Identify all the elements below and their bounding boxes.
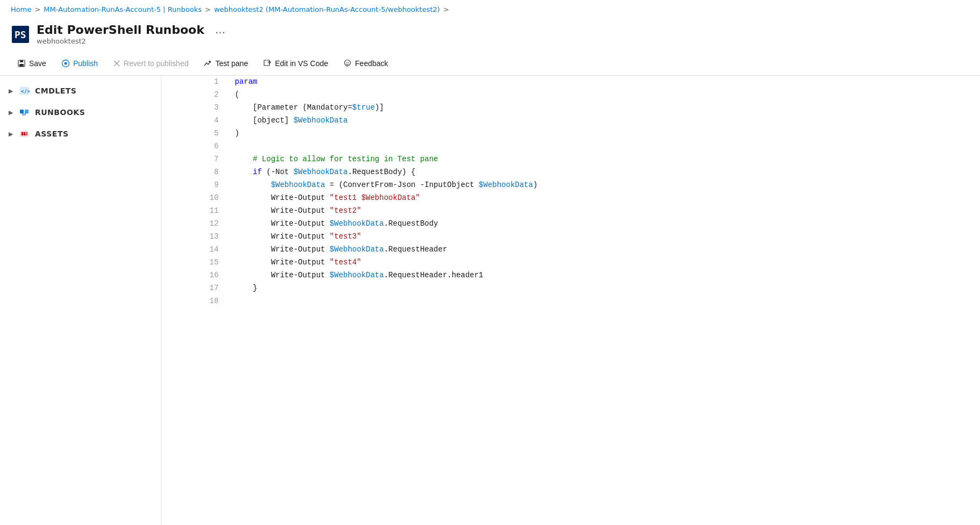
edit-vscode-button[interactable]: Edit in VS Code	[257, 56, 335, 71]
breadcrumb: Home > MM-Automation-RunAs-Account-5 | R…	[0, 0, 980, 19]
svg-point-12	[346, 62, 347, 63]
runbooks-icon	[19, 107, 30, 118]
breadcrumb-sep3: >	[443, 5, 449, 13]
line-code: Write-Output "test1 $WebhookData"	[229, 192, 980, 205]
line-code: [object] $WebhookData	[229, 114, 980, 127]
table-row: 2(	[161, 89, 980, 102]
svg-rect-9	[264, 60, 269, 66]
line-code: Write-Output $WebhookData.RequestHeader	[229, 243, 980, 256]
svg-text:PS: PS	[15, 29, 26, 40]
line-code: Write-Output "test4"	[229, 256, 980, 269]
line-number: 13	[161, 231, 229, 243]
assets-icon	[19, 128, 30, 139]
code-table: 1param2(3 [Parameter (Mandatory=$true)]4…	[161, 76, 980, 308]
chevron-right-icon: ▶	[9, 88, 13, 95]
test-pane-label: Test pane	[215, 59, 248, 68]
line-code: Write-Output $WebhookData.RequestBody	[229, 218, 980, 231]
page-subtitle: webhooktest2	[37, 37, 228, 45]
line-number: 1	[161, 76, 229, 89]
revert-label: Revert to published	[124, 59, 189, 68]
feedback-button[interactable]: Feedback	[337, 56, 394, 71]
line-number: 10	[161, 192, 229, 205]
line-number: 3	[161, 102, 229, 114]
edit-vscode-label: Edit in VS Code	[275, 59, 328, 68]
page-title: Edit PowerShell Runbook	[37, 23, 204, 37]
line-number: 16	[161, 269, 229, 282]
table-row: 14 Write-Output $WebhookData.RequestHead…	[161, 243, 980, 256]
sidebar-item-cmdlets[interactable]: ▶ </> CMDLETS	[0, 80, 161, 102]
svg-rect-23	[22, 132, 23, 135]
line-number: 5	[161, 127, 229, 140]
revert-button[interactable]: Revert to published	[106, 56, 195, 71]
line-number: 12	[161, 218, 229, 231]
line-code: Write-Output $WebhookData.RequestHeader.…	[229, 269, 980, 282]
line-number: 6	[161, 140, 229, 153]
line-code	[229, 295, 980, 308]
table-row: 8 if (-Not $WebhookData.RequestBody) {	[161, 166, 980, 179]
line-code: }	[229, 282, 980, 295]
main-content: ▶ </> CMDLETS ▶ RUNBOOKS	[0, 76, 980, 525]
sidebar-item-runbooks[interactable]: ▶ RUNBOOKS	[0, 102, 161, 123]
line-number: 7	[161, 153, 229, 166]
svg-rect-24	[24, 132, 25, 135]
table-row: 18	[161, 295, 980, 308]
line-number: 17	[161, 282, 229, 295]
table-row: 11 Write-Output "test2"	[161, 205, 980, 218]
cmdlets-label: CMDLETS	[35, 87, 76, 95]
svg-rect-25	[26, 132, 27, 135]
page-header: PS Edit PowerShell Runbook ... webhookte…	[0, 19, 980, 52]
svg-rect-4	[19, 64, 24, 67]
line-code: Write-Output "test3"	[229, 231, 980, 243]
svg-rect-3	[20, 60, 23, 62]
line-number: 11	[161, 205, 229, 218]
chevron-right-icon-2: ▶	[9, 109, 13, 116]
sidebar: ▶ </> CMDLETS ▶ RUNBOOKS	[0, 76, 161, 525]
breadcrumb-current[interactable]: webhooktest2 (MM-Automation-RunAs-Accoun…	[214, 5, 440, 13]
line-code: # Logic to allow for testing in Test pan…	[229, 153, 980, 166]
code-editor[interactable]: 1param2(3 [Parameter (Mandatory=$true)]4…	[161, 76, 980, 525]
save-label: Save	[29, 59, 46, 68]
line-number: 4	[161, 114, 229, 127]
svg-rect-18	[25, 110, 29, 113]
svg-point-13	[348, 62, 349, 63]
sidebar-item-assets[interactable]: ▶ ASSETS	[0, 123, 161, 145]
breadcrumb-sep1: >	[34, 5, 40, 13]
breadcrumb-runbooks[interactable]: MM-Automation-RunAs-Account-5 | Runbooks	[44, 5, 202, 13]
line-code: (	[229, 89, 980, 102]
page-header-text: Edit PowerShell Runbook ... webhooktest2	[37, 23, 228, 45]
edit-vscode-icon	[263, 59, 272, 68]
svg-rect-19	[22, 113, 26, 116]
line-number: 18	[161, 295, 229, 308]
table-row: 17 }	[161, 282, 980, 295]
svg-point-11	[345, 60, 351, 66]
line-code: Write-Output "test2"	[229, 205, 980, 218]
table-row: 3 [Parameter (Mandatory=$true)]	[161, 102, 980, 114]
assets-label: ASSETS	[35, 130, 69, 138]
table-row: 7 # Logic to allow for testing in Test p…	[161, 153, 980, 166]
table-row: 10 Write-Output "test1 $WebhookData"	[161, 192, 980, 205]
svg-point-6	[64, 62, 67, 65]
line-code: $WebhookData = (ConvertFrom-Json -InputO…	[229, 179, 980, 192]
line-number: 15	[161, 256, 229, 269]
table-row: 4 [object] $WebhookData	[161, 114, 980, 127]
table-row: 13 Write-Output "test3"	[161, 231, 980, 243]
test-pane-button[interactable]: Test pane	[197, 56, 254, 71]
line-code: [Parameter (Mandatory=$true)]	[229, 102, 980, 114]
table-row: 5)	[161, 127, 980, 140]
toolbar: Save Publish Revert to published Test pa…	[0, 52, 980, 76]
test-pane-icon	[203, 59, 212, 68]
more-options-button[interactable]: ...	[213, 23, 228, 36]
publish-button[interactable]: Publish	[55, 56, 104, 71]
save-button[interactable]: Save	[11, 56, 53, 71]
table-row: 16 Write-Output $WebhookData.RequestHead…	[161, 269, 980, 282]
publish-icon	[61, 59, 70, 68]
line-number: 2	[161, 89, 229, 102]
line-number: 9	[161, 179, 229, 192]
breadcrumb-home[interactable]: Home	[11, 5, 31, 13]
table-row: 6	[161, 140, 980, 153]
line-code: )	[229, 127, 980, 140]
table-row: 9 $WebhookData = (ConvertFrom-Json -Inpu…	[161, 179, 980, 192]
publish-label: Publish	[73, 59, 98, 68]
line-code: if (-Not $WebhookData.RequestBody) {	[229, 166, 980, 179]
line-number: 8	[161, 166, 229, 179]
